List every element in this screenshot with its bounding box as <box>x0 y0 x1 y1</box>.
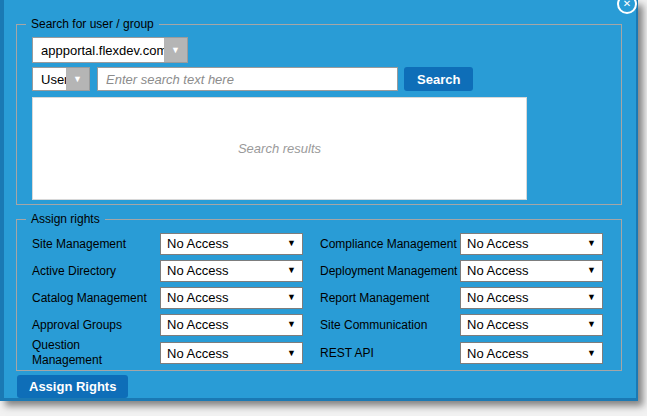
chevron-down-icon: ▼ <box>587 266 596 275</box>
access-select-value: No Access <box>167 346 228 361</box>
access-select-deployment-management[interactable]: No Access ▼ <box>460 260 603 282</box>
access-select-value: No Access <box>167 317 228 332</box>
chevron-down-icon: ▼ <box>587 349 596 358</box>
search-input[interactable] <box>97 67 398 91</box>
search-type-value: User <box>33 68 66 90</box>
access-select-value: No Access <box>467 263 528 278</box>
domain-select[interactable]: appportal.flexdev.com ▼ <box>32 37 188 63</box>
feature-label-rest-api: REST API <box>320 346 460 360</box>
access-select-compliance-management[interactable]: No Access ▼ <box>460 233 603 255</box>
access-select-question-management[interactable]: No Access ▼ <box>160 342 303 364</box>
access-select-value: No Access <box>467 317 528 332</box>
search-results-placeholder: Search results <box>238 141 321 156</box>
access-select-catalog-management[interactable]: No Access ▼ <box>160 287 303 309</box>
access-select-report-management[interactable]: No Access ▼ <box>460 287 603 309</box>
access-select-site-communication[interactable]: No Access ▼ <box>460 314 603 336</box>
feature-label-report-management: Report Management <box>320 291 460 305</box>
search-group-title: Search for user / group <box>26 17 159 31</box>
chevron-down-icon: ▼ <box>587 239 596 248</box>
feature-label-question-management: Question Management <box>32 338 116 368</box>
access-select-value: No Access <box>167 236 228 251</box>
access-select-approval-groups[interactable]: No Access ▼ <box>160 314 303 336</box>
search-results-panel[interactable]: Search results <box>32 97 527 200</box>
close-icon[interactable]: ✕ <box>617 0 637 14</box>
search-button[interactable]: Search <box>404 67 473 91</box>
feature-label-compliance-management: Compliance Management <box>320 237 460 251</box>
search-type-dropdown-button[interactable]: ▼ <box>66 68 89 90</box>
assign-rights-dialog: ✕ Search for user / group appportal.flex… <box>0 0 638 401</box>
close-icon-glyph: ✕ <box>623 0 631 9</box>
chevron-down-icon: ▼ <box>587 320 596 329</box>
domain-select-value: appportal.flexdev.com <box>33 38 164 62</box>
access-select-value: No Access <box>467 290 528 305</box>
access-select-value: No Access <box>167 263 228 278</box>
domain-dropdown-button[interactable]: ▼ <box>164 38 187 62</box>
feature-label-approval-groups: Approval Groups <box>32 318 160 332</box>
feature-label-active-directory: Active Directory <box>32 264 160 278</box>
chevron-down-icon: ▼ <box>287 349 296 358</box>
feature-label-site-communication: Site Communication <box>320 318 460 332</box>
screen: ✕ Search for user / group appportal.flex… <box>0 0 647 416</box>
access-select-rest-api[interactable]: No Access ▼ <box>460 342 603 364</box>
assign-rights-grid: Site Management No Access ▼ Compliance M… <box>32 230 607 368</box>
access-select-value: No Access <box>467 236 528 251</box>
chevron-down-icon: ▼ <box>587 293 596 302</box>
search-type-select[interactable]: User ▼ <box>32 67 90 91</box>
chevron-down-icon: ▼ <box>287 320 296 329</box>
access-select-site-management[interactable]: No Access ▼ <box>160 233 303 255</box>
feature-label-catalog-management: Catalog Management <box>32 291 160 305</box>
search-group: Search for user / group appportal.flexde… <box>16 24 622 205</box>
access-select-value: No Access <box>167 290 228 305</box>
chevron-down-icon: ▼ <box>287 266 296 275</box>
assign-rights-group-title: Assign rights <box>26 212 105 226</box>
feature-label-site-management: Site Management <box>32 237 160 251</box>
assign-rights-group: Assign rights Site Management No Access … <box>16 219 622 371</box>
assign-rights-button[interactable]: Assign Rights <box>17 375 128 398</box>
chevron-down-icon: ▼ <box>73 75 82 84</box>
chevron-down-icon: ▼ <box>287 239 296 248</box>
chevron-down-icon: ▼ <box>171 46 180 55</box>
access-select-active-directory[interactable]: No Access ▼ <box>160 260 303 282</box>
chevron-down-icon: ▼ <box>287 293 296 302</box>
feature-label-deployment-management: Deployment Management <box>320 264 460 278</box>
access-select-value: No Access <box>467 346 528 361</box>
